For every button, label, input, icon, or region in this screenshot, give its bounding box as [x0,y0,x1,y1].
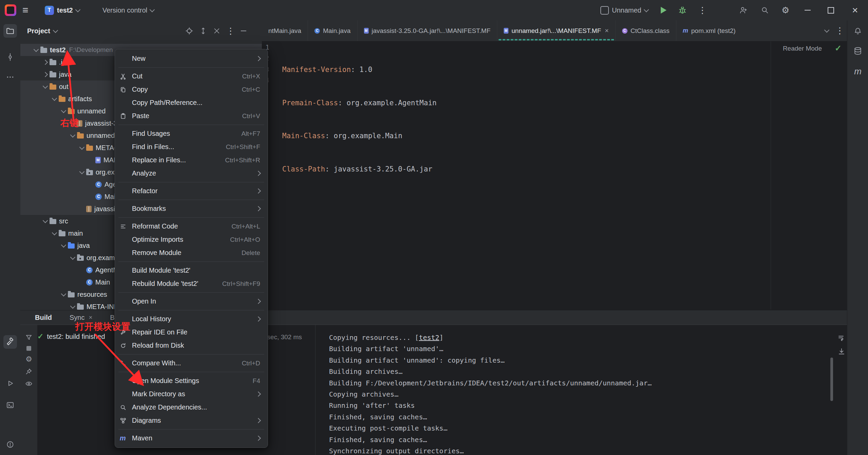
build-console[interactable]: Copying resources... [test2] Building ar… [315,325,847,455]
tool-commit-button[interactable] [3,50,17,64]
chevron-collapsed-icon[interactable] [42,72,48,77]
chevron-collapsed-icon[interactable] [42,59,48,65]
menu-item-find-usages[interactable]: Find UsagesAlt+F7 [115,127,268,140]
locate-file-icon[interactable] [185,27,193,35]
close-button[interactable]: × [852,0,858,20]
minimize-button[interactable] [805,0,811,20]
chevron-expanded-icon[interactable] [33,47,39,52]
tab-list-chevron-icon[interactable] [824,28,830,33]
tool-terminal-button[interactable] [3,398,17,412]
chevron-expanded-icon[interactable] [70,132,75,138]
build-status-row[interactable]: ✓ test2: build finished [37,332,105,341]
code-line: Premain-Class: org.example.AgentMain [282,97,437,109]
chevron-expanded-icon[interactable] [70,254,75,260]
chevron-expanded-icon[interactable] [70,303,75,309]
menu-item-replace-in-files[interactable]: Replace in Files...Ctrl+Shift+R [115,153,268,167]
chevron-down-icon[interactable] [53,28,58,33]
chevron-expanded-icon[interactable] [61,108,66,113]
menu-item-copy[interactable]: CopyCtrl+C [115,83,268,96]
menu-item-rebuild-module[interactable]: Rebuild Module 'test2'Ctrl+Shift+F9 [115,277,268,290]
editor-tab[interactable]: Main.java [308,20,357,41]
menu-item-reformat-code[interactable]: Reformat CodeCtrl+Alt+L [115,220,268,233]
menu-item-paste[interactable]: PasteCtrl+V [115,109,268,123]
menu-item-find-in-files[interactable]: Find in Files...Ctrl+Shift+F [115,140,268,153]
collapse-all-icon[interactable] [213,27,220,35]
menu-item-optimize-imports[interactable]: Optimize ImportsCtrl+Alt+O [115,233,268,246]
maximize-button[interactable] [828,0,834,20]
chevron-expanded-icon[interactable] [42,218,48,223]
editor-tab[interactable]: ntMain.java [262,20,308,41]
stop-icon[interactable] [26,346,31,351]
menu-item-open-module-settings[interactable]: Open Module SettingsF4 [115,374,268,387]
chevron-expanded-icon[interactable] [79,144,84,150]
menu-item-remove-module[interactable]: Remove ModuleDelete [115,246,268,259]
close-tab-icon[interactable]: × [605,27,609,35]
menu-item-mark-directory-as[interactable]: Mark Directory as [115,387,268,401]
tool-build-button[interactable] [3,335,17,349]
menu-item-analyze[interactable]: Analyze [115,167,268,180]
chevron-expanded-icon[interactable] [52,95,57,101]
eye-icon[interactable] [25,380,33,387]
soft-wrap-icon[interactable] [837,334,846,342]
run-configuration-widget[interactable]: Unnamed [600,0,648,20]
project-switcher[interactable]: T test2 [45,0,80,20]
chevron-expanded-icon[interactable] [61,242,66,248]
chevron-expanded-icon[interactable] [42,83,48,89]
editor-tab-active[interactable]: unnamed.jar!\...\MANIFEST.MF× [497,20,616,41]
settings-gear-icon[interactable]: ⚙ [25,356,32,363]
chevron-expanded-icon[interactable] [52,230,57,235]
menu-item-refactor[interactable]: Refactor [115,184,268,198]
menu-item-compare-with[interactable]: Compare With...Ctrl+D [115,357,268,370]
tool-maven-button[interactable]: m [851,65,865,78]
tool-more-button[interactable] [3,70,17,84]
search-everywhere-button[interactable] [760,0,769,20]
reader-mode-label[interactable]: Reader Mode [783,45,822,52]
vcs-widget[interactable]: Version control [102,0,154,20]
tool-project-button[interactable] [3,24,17,38]
editor-tab[interactable]: CtClass.class [616,20,676,41]
pin-icon[interactable] [25,368,33,375]
build-tab-sync[interactable]: Sync× [70,314,93,322]
menu-item-bookmarks[interactable]: Bookmarks [115,202,268,215]
menu-item-copy-path[interactable]: Copy Path/Reference... [115,96,268,109]
context-menu: New CutCtrl+X CopyCtrl+C Copy Path/Refer… [115,49,268,448]
console-scrollbar[interactable] [830,358,833,401]
filter-icon[interactable] [25,334,33,341]
inspections-ok-icon[interactable]: ✓ [835,43,842,53]
class-icon [86,267,93,273]
more-actions-button[interactable]: ⋮ [698,0,707,20]
menu-item-cut[interactable]: CutCtrl+X [115,70,268,83]
menu-item-open-in[interactable]: Open In [115,295,268,308]
tool-run-button[interactable] [3,377,17,390]
notifications-button[interactable] [851,24,865,38]
menu-item-reload-from-disk[interactable]: Reload from Disk [115,339,268,352]
code-with-me-button[interactable] [739,0,748,20]
scroll-to-end-icon[interactable] [837,347,846,356]
tool-problems-button[interactable] [3,438,17,451]
expand-all-icon[interactable] [199,27,207,35]
submenu-arrow-icon [256,206,261,212]
debug-button[interactable] [678,0,687,20]
settings-button[interactable]: ⚙ [782,0,789,20]
menu-item-local-history[interactable]: Local History [115,312,268,326]
menu-item-analyze-dependencies[interactable]: Analyze Dependencies... [115,401,268,414]
console-link[interactable]: test2 [419,333,439,342]
menu-item-diagrams[interactable]: Diagrams [115,414,268,427]
panel-options-icon[interactable]: ⋮ [226,26,235,36]
menu-item-new[interactable]: New [115,52,268,65]
maven-icon: m [683,27,688,34]
menu-item-maven[interactable]: mMaven [115,432,268,445]
run-button[interactable] [661,0,667,20]
editor-pane[interactable]: 1 2 3 4 Manifest-Version: 1.0 Premain-Cl… [262,41,847,309]
hide-panel-icon[interactable] [241,31,246,31]
chevron-expanded-icon[interactable] [79,169,84,174]
chevron-expanded-icon[interactable] [61,291,66,296]
close-tab-icon[interactable]: × [89,314,92,321]
tool-database-button[interactable] [851,44,865,58]
menu-item-repair-ide[interactable]: Repair IDE on File [115,326,268,339]
editor-tab[interactable]: javassist-3.25.0-GA.jar!\...\MANIFEST.MF [358,20,498,41]
editor-tab[interactable]: mpom.xml (test2) [676,20,742,41]
menu-item-build-module[interactable]: Build Module 'test2' [115,264,268,277]
main-menu-icon[interactable]: ≡ [22,0,28,20]
tab-options-icon[interactable]: ⋮ [835,25,844,36]
